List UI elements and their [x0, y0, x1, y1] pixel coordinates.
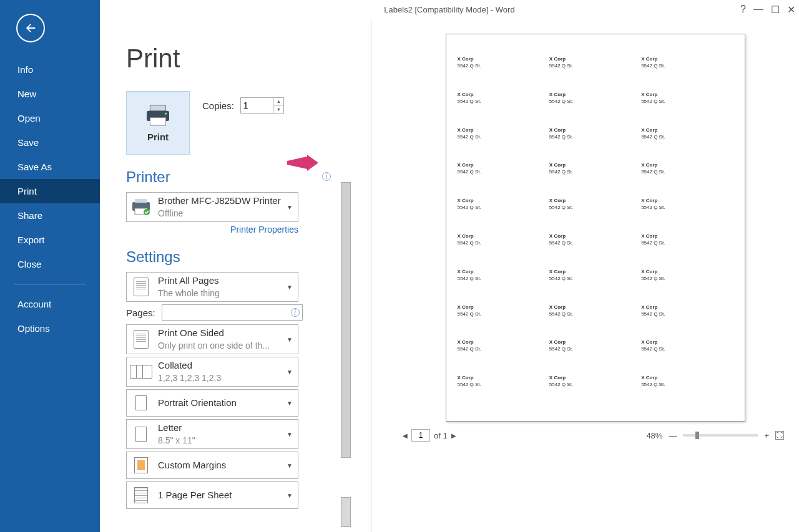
label-cell: X Corp5542 Q St.	[458, 339, 549, 374]
options-scrollbar[interactable]	[340, 19, 353, 532]
svg-rect-2	[150, 117, 165, 125]
label-cell: X Corp5542 Q St.	[549, 91, 641, 127]
label-cell: X Corp5542 Q St.	[641, 197, 733, 233]
minimize-icon[interactable]: —	[753, 4, 763, 15]
page-title: Print	[126, 44, 340, 74]
sidebar-item-export[interactable]: Export	[0, 228, 100, 252]
printer-icon	[144, 104, 172, 127]
help-icon[interactable]: ?	[740, 4, 746, 15]
label-cell: X Corp5542 Q St.	[549, 56, 641, 91]
label-cell: X Corp5542 Q St.	[549, 197, 641, 233]
print-button-label: Print	[147, 132, 169, 142]
info-icon[interactable]: i	[322, 172, 331, 181]
printer-section-title: Printer i	[126, 168, 340, 186]
svg-rect-6	[135, 199, 147, 203]
svg-point-3	[165, 112, 167, 115]
svg-rect-0	[150, 105, 165, 110]
label-cell: X Corp5542 Q St.	[641, 233, 733, 268]
chevron-down-icon: ▼	[287, 400, 294, 407]
page-number-input[interactable]	[411, 429, 430, 442]
label-cell: X Corp5542 Q St.	[458, 268, 549, 304]
printer-name: Brother MFC-J825DW Printer	[158, 195, 287, 207]
label-cell: X Corp5542 Q St.	[641, 268, 733, 304]
sidebar-item-info[interactable]: Info	[0, 57, 100, 82]
back-button[interactable]	[16, 14, 45, 42]
pages-label: Pages:	[126, 307, 155, 318]
zoom-percent: 48%	[646, 431, 662, 440]
label-cell: X Corp5542 Q St.	[641, 339, 733, 374]
label-cell: X Corp5542 Q St.	[458, 304, 549, 339]
sidebar-item-open[interactable]: Open	[0, 106, 100, 130]
next-page-button[interactable]: ▶	[451, 432, 456, 439]
collate-selector[interactable]: Collated 1,2,3 1,2,3 1,2,3 ▼	[126, 357, 298, 387]
label-cell: X Corp5542 Q St.	[549, 374, 641, 410]
portrait-icon	[135, 395, 147, 410]
label-cell: X Corp5542 Q St.	[641, 91, 733, 127]
chevron-down-icon: ▼	[287, 462, 294, 469]
label-cell: X Corp5542 Q St.	[458, 127, 549, 162]
page-total: of 1	[434, 431, 448, 440]
prev-page-button[interactable]: ◀	[403, 432, 408, 439]
collate-icon	[130, 365, 152, 379]
label-cell: X Corp5542 Q St.	[549, 127, 641, 162]
close-icon[interactable]: ✕	[787, 4, 795, 16]
grid-icon	[134, 487, 148, 503]
chevron-down-icon: ▼	[287, 369, 294, 375]
pages-input[interactable]	[162, 305, 302, 320]
chevron-down-icon: ▼	[287, 492, 294, 499]
arrow-left-icon	[24, 21, 37, 35]
printer-status: Offline	[158, 207, 287, 220]
sidebar-item-share[interactable]: Share	[0, 203, 100, 228]
print-range-selector[interactable]: Print All Pages The whole thing ▼	[126, 272, 298, 302]
window-title: Labels2 [Compatibility Mode] - Word	[384, 5, 514, 14]
settings-section-title: Settings	[126, 248, 340, 266]
fit-to-window-button[interactable]: ⛶	[775, 431, 784, 440]
label-cell: X Corp5542 Q St.	[641, 127, 733, 162]
label-cell: X Corp5542 Q St.	[549, 304, 641, 339]
sidebar-divider	[14, 284, 86, 284]
label-cell: X Corp5542 Q St.	[549, 162, 641, 197]
sided-selector[interactable]: Print One Sided Only print on one side o…	[126, 324, 298, 354]
label-cell: X Corp5542 Q St.	[549, 339, 641, 374]
label-cell: X Corp5542 Q St.	[641, 162, 733, 197]
maximize-icon[interactable]: ☐	[771, 4, 780, 16]
printer-properties-link[interactable]: Printer Properties	[126, 225, 298, 235]
pages-per-sheet-selector[interactable]: 1 Page Per Sheet ▼	[126, 481, 298, 509]
sidebar-item-save-as[interactable]: Save As	[0, 155, 100, 179]
zoom-out-button[interactable]: —	[669, 431, 677, 440]
print-options-column: Print Print Copies:	[100, 19, 340, 532]
page-preview: X Corp5542 Q St.X Corp5542 Q St.X Corp55…	[446, 34, 745, 422]
zoom-in-button[interactable]: +	[764, 431, 769, 440]
copies-input[interactable]	[241, 98, 275, 113]
label-cell: X Corp5542 Q St.	[458, 197, 549, 233]
sidebar-item-print[interactable]: Print	[0, 179, 100, 203]
orientation-selector[interactable]: Portrait Orientation ▼	[126, 389, 298, 417]
paper-size-selector[interactable]: Letter 8.5" x 11" ▼	[126, 419, 298, 449]
svg-point-8	[144, 209, 150, 215]
label-cell: X Corp5542 Q St.	[641, 56, 733, 91]
print-button[interactable]: Print	[126, 91, 190, 155]
document-icon	[134, 278, 149, 296]
chevron-down-icon: ▼	[287, 204, 294, 211]
chevron-down-icon: ▼	[287, 336, 294, 343]
margins-selector[interactable]: Custom Margins ▼	[126, 452, 298, 479]
printer-selector[interactable]: Brother MFC-J825DW Printer Offline ▼	[126, 192, 298, 222]
copies-down[interactable]: ▼	[273, 106, 283, 114]
label-cell: X Corp5542 Q St.	[458, 233, 549, 268]
backstage-sidebar: Info New Open Save Save As Print Share E…	[0, 0, 100, 532]
sidebar-item-new[interactable]: New	[0, 82, 100, 106]
label-cell: X Corp5542 Q St.	[641, 304, 733, 339]
title-bar: Labels2 [Compatibility Mode] - Word ? — …	[100, 0, 799, 19]
page-icon	[134, 330, 149, 349]
copies-up[interactable]: ▲	[273, 98, 283, 106]
label-cell: X Corp5542 Q St.	[458, 162, 549, 197]
printer-device-icon	[130, 198, 152, 216]
info-icon[interactable]: i	[291, 308, 300, 317]
label-cell: X Corp5542 Q St.	[549, 268, 641, 304]
sidebar-item-account[interactable]: Account	[0, 292, 100, 316]
sidebar-item-options[interactable]: Options	[0, 316, 100, 341]
sidebar-item-save[interactable]: Save	[0, 130, 100, 155]
sidebar-item-close[interactable]: Close	[0, 252, 100, 276]
zoom-slider[interactable]	[683, 434, 758, 437]
paper-icon	[135, 427, 147, 442]
